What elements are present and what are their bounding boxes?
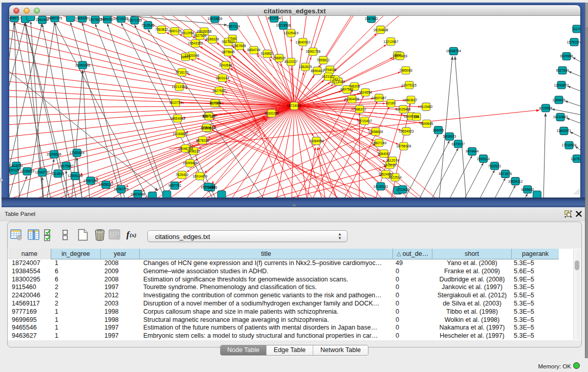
svg-text:10658609: 10658609 [368,130,383,134]
svg-text:8813054: 8813054 [268,16,281,20]
svg-text:6466160: 6466160 [101,17,114,21]
svg-text:8215958: 8215958 [539,106,553,110]
svg-text:16957379: 16957379 [48,16,62,20]
svg-text:11156819: 11156819 [20,169,34,173]
svg-text:16210643: 16210643 [553,115,568,119]
svg-text:7546: 7546 [229,37,236,40]
svg-text:9115460: 9115460 [420,105,432,108]
svg-text:9329966: 9329966 [560,54,573,58]
svg-text:8454749: 8454749 [247,48,260,52]
svg-text:2803144: 2803144 [216,76,229,80]
svg-text:9794028: 9794028 [323,68,337,72]
svg-text:3498222: 3498222 [187,149,201,153]
svg-text:16914479: 16914479 [192,174,207,178]
svg-text:1527602: 1527602 [89,18,102,21]
svg-text:19166825: 19166825 [173,132,188,136]
svg-text:13325419: 13325419 [284,31,298,35]
svg-text:10958187: 10958187 [99,183,114,186]
svg-text:1615132: 1615132 [383,163,397,167]
svg-text:19384554: 19384554 [309,139,324,143]
svg-text:13692971: 13692971 [556,129,571,133]
svg-text:1167534: 1167534 [571,157,580,161]
svg-text:16961758: 16961758 [306,50,320,53]
svg-text:20053346: 20053346 [75,63,90,67]
svg-text:18807249: 18807249 [372,141,386,145]
svg-text:10025488: 10025488 [396,107,411,111]
svg-text:23226058: 23226058 [197,30,212,33]
svg-text:3875645: 3875645 [222,50,235,54]
svg-text:10654112: 10654112 [508,180,523,183]
svg-text:2087682: 2087682 [365,17,378,20]
svg-text:2522514: 2522514 [388,176,402,179]
svg-text:11174: 11174 [572,27,580,31]
svg-text:10653287: 10653287 [75,16,90,20]
svg-text:12093872: 12093872 [554,83,569,87]
svg-text:11923448: 11923448 [130,192,145,196]
svg-text:1610754: 1610754 [169,101,183,104]
svg-text:8186328: 8186328 [206,37,219,41]
svg-text:16782759: 16782759 [114,187,128,191]
svg-text:12975115: 12975115 [402,83,417,87]
svg-text:18724007: 18724007 [287,104,302,107]
svg-text:7515546: 7515546 [141,24,155,27]
svg-text:16648784: 16648784 [446,49,461,53]
svg-text:8267130: 8267130 [203,115,216,118]
svg-text:9699695: 9699695 [420,122,433,125]
svg-text:8322037: 8322037 [285,60,298,63]
svg-text:9457791: 9457791 [168,184,182,187]
svg-text:5938923: 5938923 [443,135,456,138]
svg-text:10607487: 10607487 [372,96,386,100]
svg-text:9427552: 9427552 [212,89,226,93]
svg-text:143: 143 [332,77,338,81]
svg-text:8912954: 8912954 [181,31,194,35]
svg-text:18300295: 18300295 [264,112,279,115]
svg-text:13640910: 13640910 [295,40,310,44]
svg-text:8878332: 8878332 [196,139,209,142]
svg-text:7955812: 7955812 [317,58,330,62]
svg-text:2718176: 2718176 [176,71,189,74]
svg-text:12213967: 12213967 [383,40,398,43]
svg-text:19218506: 19218506 [276,24,291,27]
svg-text:9227349: 9227349 [556,69,569,72]
svg-text:10719155: 10719155 [114,17,128,20]
svg-text:12505135: 12505135 [68,174,82,178]
svg-text:7625402: 7625402 [176,173,189,177]
svg-text:9084067: 9084067 [378,152,391,156]
svg-text:9146821: 9146821 [260,52,274,55]
svg-text:15720407: 15720407 [357,119,372,123]
svg-text:10975887: 10975887 [59,164,74,168]
svg-text:16543362: 16543362 [188,41,203,45]
svg-text:6497563: 6497563 [340,87,354,91]
svg-text:16099489: 16099489 [183,161,198,165]
svg-text:939119: 939119 [9,168,19,172]
svg-text:16154838: 16154838 [373,28,388,32]
svg-text:9463627: 9463627 [404,98,418,102]
svg-text:1612074: 1612074 [386,159,399,162]
svg-text:14136141: 14136141 [373,185,388,188]
svg-text:844: 844 [414,115,420,119]
svg-text:20206536: 20206536 [47,152,61,156]
svg-text:14055717: 14055717 [9,16,22,20]
svg-text:9474444: 9474444 [466,149,479,153]
svg-text:7857224: 7857224 [227,25,240,28]
svg-text:9245652: 9245652 [521,188,534,191]
svg-text:15716485: 15716485 [201,185,215,189]
svg-text:9327503: 9327503 [193,34,207,37]
svg-text:9242848: 9242848 [219,63,232,67]
svg-text:98901: 98901 [181,55,190,59]
svg-text:1362615: 1362615 [299,65,312,69]
svg-text:17353924: 17353924 [70,151,84,155]
svg-text:1415051: 1415051 [10,164,23,167]
svg-text:53594: 53594 [202,126,211,129]
svg-text:15751074: 15751074 [567,40,580,44]
svg-text:164095: 164095 [433,128,444,132]
svg-text:2935114: 2935114 [477,157,490,161]
svg-text:20364436: 20364436 [344,97,359,101]
svg-text:19654983: 19654983 [170,117,185,120]
svg-text:1114519: 1114519 [52,172,64,176]
svg-text:7986372: 7986372 [353,107,366,111]
svg-text:6379197: 6379197 [452,142,465,146]
svg-text:7485063: 7485063 [399,69,412,72]
svg-text:12213389: 12213389 [172,85,187,89]
svg-text:9660125: 9660125 [168,29,182,33]
